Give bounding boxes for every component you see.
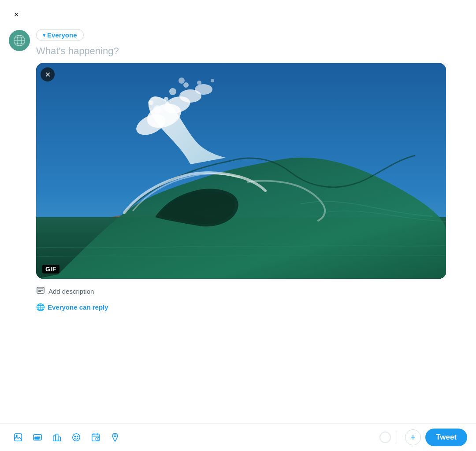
close-button[interactable]: × — [9, 7, 24, 22]
schedule-icon — [91, 433, 100, 442]
compose-area: ▾ Everyone What's happening? — [9, 26, 467, 423]
svg-point-27 — [16, 435, 17, 436]
avatar — [9, 30, 30, 51]
svg-point-43 — [114, 435, 116, 437]
location-icon — [110, 433, 120, 442]
wave-image — [36, 63, 446, 279]
compose-placeholder[interactable]: What's happening? — [36, 45, 467, 57]
add-gif-button[interactable]: GIF — [28, 428, 47, 447]
svg-point-15 — [183, 82, 189, 88]
svg-rect-32 — [58, 437, 61, 441]
svg-point-12 — [195, 84, 212, 95]
compose-modal: × ▾ Everyone — [0, 0, 476, 451]
svg-point-34 — [74, 436, 75, 437]
tweet-submit-button[interactable]: Tweet — [425, 429, 467, 446]
schedule-button[interactable] — [86, 428, 105, 447]
add-image-button[interactable] — [9, 428, 27, 447]
svg-point-44 — [380, 432, 390, 443]
compose-main: ▾ Everyone What's happening? — [36, 29, 467, 420]
svg-point-16 — [164, 97, 168, 101]
plus-icon: + — [410, 433, 416, 443]
svg-point-14 — [169, 88, 176, 95]
add-location-button[interactable] — [106, 428, 124, 447]
remove-media-icon: ✕ — [45, 70, 51, 79]
reply-setting-label: Everyone can reply — [48, 303, 108, 311]
svg-point-35 — [77, 436, 78, 437]
gif-badge: GIF — [42, 265, 60, 274]
description-icon — [36, 286, 45, 297]
poll-icon — [52, 433, 62, 442]
add-tweet-button[interactable]: + — [405, 429, 421, 445]
close-icon: × — [14, 10, 19, 19]
svg-point-21 — [148, 100, 153, 105]
remove-media-button[interactable]: ✕ — [41, 67, 55, 81]
avatar-column — [9, 29, 30, 420]
media-preview: ✕ GIF — [36, 63, 446, 279]
audience-selector-button[interactable]: ▾ Everyone — [36, 29, 84, 41]
character-count-indicator — [378, 430, 392, 444]
chevron-down-icon: ▾ — [43, 32, 45, 38]
globe-icon: 🌐 — [36, 303, 45, 311]
vertical-divider — [397, 431, 397, 444]
svg-point-18 — [211, 79, 214, 82]
svg-rect-26 — [15, 434, 22, 441]
add-emoji-button[interactable] — [67, 428, 86, 447]
add-poll-button[interactable] — [48, 428, 66, 447]
svg-point-33 — [73, 434, 80, 441]
svg-text:GIF: GIF — [35, 436, 41, 440]
emoji-icon — [71, 433, 81, 442]
gif-icon: GIF — [33, 433, 42, 442]
add-description-button[interactable]: Add description — [36, 283, 467, 299]
add-description-label: Add description — [48, 288, 94, 295]
svg-point-19 — [178, 78, 185, 84]
compose-toolbar: GIF — [9, 424, 467, 451]
svg-point-20 — [153, 105, 161, 113]
audience-label: Everyone — [47, 31, 77, 39]
svg-line-42 — [97, 439, 98, 440]
image-icon — [13, 433, 23, 442]
top-bar: × — [9, 7, 467, 22]
avatar-icon — [13, 34, 26, 47]
reply-setting-button[interactable]: 🌐 Everyone can reply — [36, 299, 467, 318]
svg-point-17 — [197, 81, 201, 85]
